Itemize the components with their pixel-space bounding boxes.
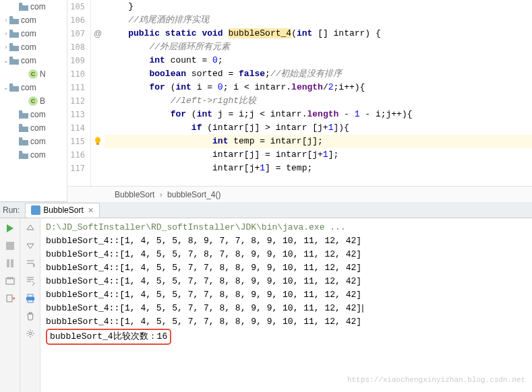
- tree-item[interactable]: com: [0, 0, 67, 13]
- svg-rect-8: [19, 137, 22, 139]
- console-line: bubbleSort_4::[1, 4, 5, 5, 7, 7, 8, 8, 9…: [46, 288, 527, 302]
- expand-arrow-icon[interactable]: ⌄: [3, 84, 9, 91]
- rerun-button[interactable]: [3, 221, 18, 236]
- up-button[interactable]: [23, 221, 38, 236]
- tree-item[interactable]: com: [0, 135, 67, 148]
- svg-rect-17: [28, 294, 33, 297]
- tree-item-label: com: [21, 15, 36, 25]
- svg-rect-6: [19, 110, 22, 112]
- code-line[interactable]: if (intarr[j] > intarr [j+1]){: [105, 121, 532, 135]
- svg-rect-13: [7, 259, 9, 267]
- svg-rect-0: [19, 3, 22, 5]
- tree-item[interactable]: com: [0, 121, 67, 135]
- svg-rect-3: [9, 43, 13, 45]
- svg-rect-14: [11, 259, 13, 267]
- folder-icon: [9, 42, 19, 52]
- code-line[interactable]: //外层循环所有元素: [105, 40, 532, 54]
- run-tab[interactable]: BubbleSort ✕: [25, 203, 99, 218]
- svg-rect-11: [96, 143, 99, 145]
- expand-arrow-icon[interactable]: ›: [3, 44, 9, 51]
- pause-button[interactable]: [3, 256, 18, 271]
- code-line[interactable]: int count = 0;: [105, 54, 532, 67]
- code-line[interactable]: intarr[j] = intarr[j+1];: [105, 148, 532, 162]
- folder-icon: [9, 29, 19, 38]
- console-summary-highlighted: bubbleSort_4比较次数：16: [46, 329, 171, 345]
- tree-item-label: com: [30, 123, 46, 133]
- tree-item[interactable]: CN: [0, 67, 67, 81]
- console-line: bubbleSort_4::[1, 4, 5, 5, 7, 7, 8, 8, 9…: [46, 261, 527, 275]
- tree-item[interactable]: com: [0, 108, 67, 121]
- console-output[interactable]: D:\JD_SoftInstaller\RD_softInstaller\JDK…: [40, 218, 532, 392]
- code-area[interactable]: } //鸡尾酒的排序实现 public static void bubbleSo…: [105, 0, 532, 186]
- folder-icon: [19, 150, 28, 160]
- console-line: bubbleSort_4::[1, 4, 5, 5, 7, 8, 7, 8, 9…: [46, 248, 527, 261]
- application-icon: [31, 205, 40, 215]
- console-line: bubbleSort_4::[1, 4, 5, 5, 7, 7, 8, 8, 9…: [46, 302, 527, 315]
- folder-icon: [9, 56, 19, 65]
- breadcrumb-method[interactable]: bubbleSort_4(): [167, 190, 220, 199]
- gutter-icons: @: [91, 0, 105, 186]
- tree-item[interactable]: ⌄com: [0, 54, 67, 67]
- code-line[interactable]: for (int i = 0; i < intarr.length/2;i++)…: [105, 81, 532, 94]
- code-line[interactable]: for (int j = i;j < intarr.length - 1 - i…: [105, 108, 532, 121]
- lightbulb-icon[interactable]: [91, 135, 105, 148]
- soft-wrap-button[interactable]: [23, 256, 38, 271]
- folder-icon: [19, 123, 28, 133]
- code-editor[interactable]: 105106107108109110111112113114115116117 …: [67, 0, 532, 201]
- tree-item-label: com: [30, 110, 46, 119]
- tree-item[interactable]: ›com: [0, 40, 67, 54]
- run-toolbar-primary: [0, 218, 20, 392]
- close-icon[interactable]: ✕: [88, 206, 94, 215]
- folder-icon: [19, 137, 28, 146]
- tree-item-label: com: [21, 83, 36, 92]
- code-line[interactable]: //鸡尾酒的排序实现: [105, 13, 532, 27]
- tree-item-label: com: [21, 56, 36, 65]
- exit-button[interactable]: [3, 291, 18, 306]
- dump-threads-button[interactable]: [3, 273, 18, 288]
- tree-item[interactable]: ⌄com: [0, 81, 67, 94]
- expand-arrow-icon[interactable]: ›: [3, 17, 9, 24]
- breadcrumb[interactable]: BubbleSort › bubbleSort_4(): [67, 186, 532, 202]
- breadcrumb-class[interactable]: BubbleSort: [115, 190, 154, 199]
- override-icon[interactable]: @: [91, 27, 105, 40]
- svg-rect-16: [7, 295, 12, 302]
- stop-button[interactable]: [3, 238, 18, 253]
- project-tree[interactable]: com›com›com›com⌄comCN⌄comCBcomcomcomcom: [0, 0, 67, 201]
- code-line[interactable]: int temp = intarr[j];: [105, 135, 532, 148]
- console-line: bubbleSort_4比较次数：16: [46, 329, 527, 345]
- folder-icon: [19, 110, 28, 119]
- code-line[interactable]: }: [105, 0, 532, 13]
- tree-item-label: com: [30, 137, 46, 146]
- clear-button[interactable]: [23, 308, 38, 323]
- expand-arrow-icon[interactable]: ⌄: [3, 57, 9, 64]
- code-line[interactable]: boolean sorted = false;//初始是没有排序: [105, 67, 532, 81]
- tree-item-label: N: [40, 69, 46, 79]
- expand-arrow-icon[interactable]: ›: [3, 30, 9, 37]
- svg-rect-2: [9, 30, 13, 32]
- tree-item-label: com: [30, 2, 46, 11]
- chevron-right-icon: ›: [160, 190, 162, 199]
- tree-item-label: B: [40, 96, 45, 106]
- run-header: Run: BubbleSort ✕: [0, 202, 532, 218]
- tree-item[interactable]: com: [0, 148, 67, 162]
- console-line-command: D:\JD_SoftInstaller\RD_softInstaller\JDK…: [46, 221, 527, 234]
- tree-item-label: com: [21, 29, 36, 38]
- svg-point-10: [95, 137, 100, 143]
- print-button[interactable]: [23, 291, 38, 306]
- code-line[interactable]: public static void bubbleSort_4(int [] i…: [105, 27, 532, 40]
- settings-button[interactable]: [23, 326, 38, 341]
- run-label: Run:: [3, 205, 20, 215]
- run-toolbar-secondary: [20, 218, 40, 392]
- tree-item-label: com: [21, 42, 36, 52]
- down-button[interactable]: [23, 238, 38, 253]
- class-icon: C: [28, 96, 38, 106]
- tree-item[interactable]: ›com: [0, 27, 67, 40]
- tree-item-label: com: [30, 150, 46, 160]
- code-line[interactable]: intarr[j+1] = temp;: [105, 162, 532, 175]
- scroll-to-end-button[interactable]: [23, 273, 38, 288]
- tree-item[interactable]: CB: [0, 94, 67, 108]
- tree-item[interactable]: ›com: [0, 13, 67, 27]
- svg-rect-7: [19, 124, 22, 126]
- console-line: bubbleSort_4::[1, 4, 5, 5, 7, 7, 8, 8, 9…: [46, 315, 527, 329]
- code-line[interactable]: //left->right比较: [105, 94, 532, 108]
